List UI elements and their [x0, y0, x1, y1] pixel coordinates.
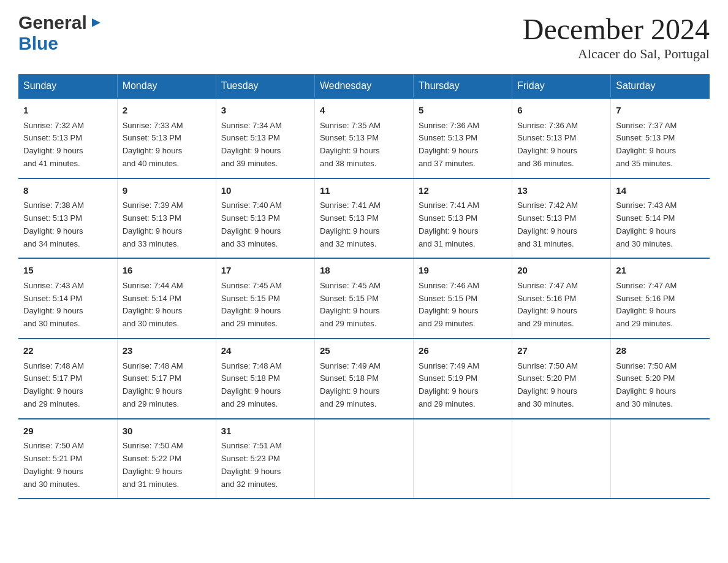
day-number: 19 — [419, 264, 507, 278]
day-cell-13: 13Sunrise: 7:42 AMSunset: 5:13 PMDayligh… — [512, 178, 611, 259]
day-number: 1 — [23, 104, 112, 118]
day-number: 9 — [123, 184, 211, 198]
day-info: Sunrise: 7:51 AMSunset: 5:23 PMDaylight:… — [221, 441, 282, 488]
empty-cell — [314, 419, 413, 499]
weekday-header-friday: Friday — [512, 74, 611, 98]
day-cell-15: 15Sunrise: 7:43 AMSunset: 5:14 PMDayligh… — [18, 258, 117, 339]
day-cell-11: 11Sunrise: 7:41 AMSunset: 5:13 PMDayligh… — [314, 178, 413, 259]
day-cell-20: 20Sunrise: 7:47 AMSunset: 5:16 PMDayligh… — [512, 258, 611, 339]
day-info: Sunrise: 7:40 AMSunset: 5:13 PMDaylight:… — [221, 201, 282, 248]
week-row-5: 29Sunrise: 7:50 AMSunset: 5:21 PMDayligh… — [18, 419, 710, 499]
day-cell-1: 1Sunrise: 7:32 AMSunset: 5:13 PMDaylight… — [18, 98, 117, 178]
day-info: Sunrise: 7:50 AMSunset: 5:20 PMDaylight:… — [616, 361, 677, 408]
day-cell-23: 23Sunrise: 7:48 AMSunset: 5:17 PMDayligh… — [117, 339, 216, 419]
empty-cell — [611, 419, 710, 499]
day-number: 31 — [221, 424, 309, 439]
day-number: 25 — [320, 344, 408, 358]
day-info: Sunrise: 7:48 AMSunset: 5:17 PMDaylight:… — [23, 361, 84, 408]
day-info: Sunrise: 7:41 AMSunset: 5:13 PMDaylight:… — [320, 201, 381, 248]
day-cell-22: 22Sunrise: 7:48 AMSunset: 5:17 PMDayligh… — [18, 339, 117, 419]
logo-blue: Blue — [18, 33, 58, 53]
day-info: Sunrise: 7:48 AMSunset: 5:17 PMDaylight:… — [123, 361, 183, 408]
week-row-4: 22Sunrise: 7:48 AMSunset: 5:17 PMDayligh… — [18, 339, 710, 419]
week-row-1: 1Sunrise: 7:32 AMSunset: 5:13 PMDaylight… — [18, 98, 710, 178]
svg-marker-0 — [92, 18, 100, 27]
day-info: Sunrise: 7:49 AMSunset: 5:18 PMDaylight:… — [320, 361, 381, 408]
day-info: Sunrise: 7:34 AMSunset: 5:13 PMDaylight:… — [221, 121, 282, 168]
day-cell-28: 28Sunrise: 7:50 AMSunset: 5:20 PMDayligh… — [611, 339, 710, 419]
day-cell-14: 14Sunrise: 7:43 AMSunset: 5:14 PMDayligh… — [611, 178, 710, 259]
day-cell-6: 6Sunrise: 7:36 AMSunset: 5:13 PMDaylight… — [512, 98, 611, 178]
calendar-table: SundayMondayTuesdayWednesdayThursdayFrid… — [18, 74, 710, 499]
weekday-header-monday: Monday — [117, 74, 216, 98]
week-row-2: 8Sunrise: 7:38 AMSunset: 5:13 PMDaylight… — [18, 178, 710, 259]
day-info: Sunrise: 7:42 AMSunset: 5:13 PMDaylight:… — [517, 201, 578, 248]
day-cell-16: 16Sunrise: 7:44 AMSunset: 5:14 PMDayligh… — [117, 258, 216, 339]
day-info: Sunrise: 7:41 AMSunset: 5:13 PMDaylight:… — [419, 201, 479, 248]
day-info: Sunrise: 7:50 AMSunset: 5:21 PMDaylight:… — [23, 441, 84, 488]
day-number: 3 — [221, 104, 309, 118]
day-cell-26: 26Sunrise: 7:49 AMSunset: 5:19 PMDayligh… — [414, 339, 512, 419]
logo-general: General — [18, 12, 87, 33]
day-info: Sunrise: 7:37 AMSunset: 5:13 PMDaylight:… — [616, 121, 677, 168]
weekday-header-thursday: Thursday — [414, 74, 512, 98]
day-number: 23 — [123, 344, 211, 358]
day-cell-8: 8Sunrise: 7:38 AMSunset: 5:13 PMDaylight… — [18, 178, 117, 259]
day-number: 10 — [221, 184, 309, 198]
day-cell-21: 21Sunrise: 7:47 AMSunset: 5:16 PMDayligh… — [611, 258, 710, 339]
day-number: 27 — [517, 344, 605, 358]
day-info: Sunrise: 7:33 AMSunset: 5:13 PMDaylight:… — [123, 121, 183, 168]
day-cell-10: 10Sunrise: 7:40 AMSunset: 5:13 PMDayligh… — [216, 178, 314, 259]
day-cell-2: 2Sunrise: 7:33 AMSunset: 5:13 PMDaylight… — [117, 98, 216, 178]
day-info: Sunrise: 7:49 AMSunset: 5:19 PMDaylight:… — [419, 361, 479, 408]
logo-triangle-icon — [91, 17, 102, 31]
title-area: December 2024 Alcacer do Sal, Portugal — [523, 12, 710, 62]
day-info: Sunrise: 7:39 AMSunset: 5:13 PMDaylight:… — [123, 201, 183, 248]
day-cell-24: 24Sunrise: 7:48 AMSunset: 5:18 PMDayligh… — [216, 339, 314, 419]
month-title: December 2024 — [523, 12, 710, 46]
day-number: 29 — [23, 424, 112, 439]
day-cell-7: 7Sunrise: 7:37 AMSunset: 5:13 PMDaylight… — [611, 98, 710, 178]
weekday-header-row: SundayMondayTuesdayWednesdayThursdayFrid… — [18, 74, 710, 98]
day-number: 4 — [320, 104, 408, 118]
day-cell-5: 5Sunrise: 7:36 AMSunset: 5:13 PMDaylight… — [414, 98, 512, 178]
day-cell-29: 29Sunrise: 7:50 AMSunset: 5:21 PMDayligh… — [18, 419, 117, 499]
day-info: Sunrise: 7:50 AMSunset: 5:20 PMDaylight:… — [517, 361, 578, 408]
empty-cell — [414, 419, 512, 499]
day-number: 14 — [616, 184, 705, 198]
day-info: Sunrise: 7:45 AMSunset: 5:15 PMDaylight:… — [221, 281, 282, 328]
weekday-header-wednesday: Wednesday — [314, 74, 413, 98]
day-cell-18: 18Sunrise: 7:45 AMSunset: 5:15 PMDayligh… — [314, 258, 413, 339]
location: Alcacer do Sal, Portugal — [523, 46, 710, 62]
weekday-header-saturday: Saturday — [611, 74, 710, 98]
day-cell-25: 25Sunrise: 7:49 AMSunset: 5:18 PMDayligh… — [314, 339, 413, 419]
day-info: Sunrise: 7:45 AMSunset: 5:15 PMDaylight:… — [320, 281, 381, 328]
day-number: 26 — [419, 344, 507, 358]
day-info: Sunrise: 7:44 AMSunset: 5:14 PMDaylight:… — [123, 281, 183, 328]
day-cell-19: 19Sunrise: 7:46 AMSunset: 5:15 PMDayligh… — [414, 258, 512, 339]
day-info: Sunrise: 7:38 AMSunset: 5:13 PMDaylight:… — [23, 201, 84, 248]
day-number: 17 — [221, 264, 309, 278]
day-cell-30: 30Sunrise: 7:50 AMSunset: 5:22 PMDayligh… — [117, 419, 216, 499]
day-info: Sunrise: 7:43 AMSunset: 5:14 PMDaylight:… — [616, 201, 677, 248]
day-cell-9: 9Sunrise: 7:39 AMSunset: 5:13 PMDaylight… — [117, 178, 216, 259]
empty-cell — [512, 419, 611, 499]
day-number: 12 — [419, 184, 507, 198]
day-info: Sunrise: 7:32 AMSunset: 5:13 PMDaylight:… — [23, 121, 84, 168]
day-info: Sunrise: 7:36 AMSunset: 5:13 PMDaylight:… — [517, 121, 578, 168]
day-number: 22 — [23, 344, 112, 358]
day-number: 28 — [616, 344, 705, 358]
day-cell-12: 12Sunrise: 7:41 AMSunset: 5:13 PMDayligh… — [414, 178, 512, 259]
day-number: 16 — [123, 264, 211, 278]
logo: General Blue — [18, 12, 102, 54]
day-info: Sunrise: 7:47 AMSunset: 5:16 PMDaylight:… — [517, 281, 578, 328]
day-info: Sunrise: 7:36 AMSunset: 5:13 PMDaylight:… — [419, 121, 479, 168]
day-cell-4: 4Sunrise: 7:35 AMSunset: 5:13 PMDaylight… — [314, 98, 413, 178]
day-number: 21 — [616, 264, 705, 278]
week-row-3: 15Sunrise: 7:43 AMSunset: 5:14 PMDayligh… — [18, 258, 710, 339]
day-number: 24 — [221, 344, 309, 358]
day-cell-31: 31Sunrise: 7:51 AMSunset: 5:23 PMDayligh… — [216, 419, 314, 499]
day-number: 6 — [517, 104, 605, 118]
day-number: 5 — [419, 104, 507, 118]
day-info: Sunrise: 7:47 AMSunset: 5:16 PMDaylight:… — [616, 281, 677, 328]
